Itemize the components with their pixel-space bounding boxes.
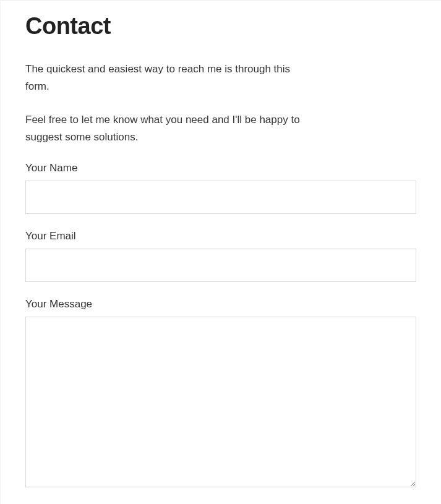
form-group-email: Your Email <box>25 230 416 282</box>
intro-paragraph-1: The quickest and easiest way to reach me… <box>25 61 310 95</box>
form-group-name: Your Name <box>25 162 416 214</box>
name-label: Your Name <box>25 162 416 174</box>
email-input[interactable] <box>25 249 416 282</box>
name-input[interactable] <box>25 181 416 214</box>
email-label: Your Email <box>25 230 416 242</box>
page-title: Contact <box>25 13 416 40</box>
intro-paragraph-2: Feel free to let me know what you need a… <box>25 111 310 146</box>
message-label: Your Message <box>25 298 416 310</box>
message-input[interactable] <box>25 317 416 487</box>
form-group-message: Your Message <box>25 298 416 490</box>
